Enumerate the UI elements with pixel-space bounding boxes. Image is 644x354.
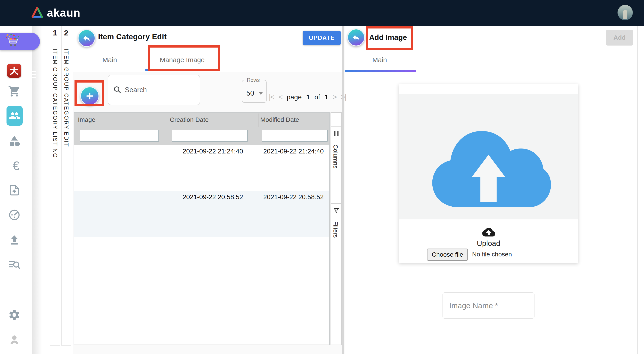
filter-icon[interactable] bbox=[333, 207, 340, 214]
cell-modified-date: 2021-09-22 20:58:52 bbox=[258, 194, 329, 201]
columns-tool-button[interactable]: Columns bbox=[332, 144, 339, 168]
pagination-of-word: of bbox=[314, 93, 320, 101]
sidebar-item-dahua-app[interactable] bbox=[7, 64, 21, 78]
search-input[interactable] bbox=[125, 76, 196, 104]
pagination-total-pages: 1 bbox=[324, 93, 328, 101]
tabbar-divider-left bbox=[73, 72, 342, 72]
brand-logo[interactable]: akaun bbox=[31, 6, 80, 19]
panel-divider[interactable] bbox=[342, 26, 344, 354]
sidebar-item-marketplace[interactable] bbox=[0, 33, 40, 50]
workspace-tab-number: 1 bbox=[50, 28, 60, 37]
workspace-tab-label: ITEM GROUP CATEGORY EDIT bbox=[63, 49, 70, 147]
pagination-first-button[interactable]: |< bbox=[269, 93, 274, 101]
dahua-character-icon bbox=[9, 65, 20, 76]
pagination-prev-button[interactable]: < bbox=[278, 93, 282, 101]
workspace-tab-2[interactable]: 2 ITEM GROUP CATEGORY EDIT bbox=[61, 26, 71, 346]
top-header-bar: akaun bbox=[0, 0, 644, 26]
pagination-current-page: 1 bbox=[306, 93, 310, 101]
sidebar-item-cart[interactable] bbox=[8, 85, 21, 98]
side-toolbar-divider bbox=[330, 126, 342, 126]
file-chosen-status: No file chosen bbox=[472, 251, 512, 258]
people-icon bbox=[9, 110, 20, 122]
workspace-tab-number: 2 bbox=[62, 28, 71, 37]
add-row-button[interactable] bbox=[80, 86, 99, 106]
app-window: akaun bbox=[0, 0, 644, 354]
search-icon bbox=[113, 86, 122, 94]
sidebar-item-publish[interactable] bbox=[8, 233, 21, 246]
filter-input-modified-date[interactable] bbox=[262, 130, 328, 142]
rows-value: 50 bbox=[246, 89, 254, 97]
pagination-next-button[interactable]: > bbox=[333, 93, 336, 101]
active-tab-indicator-left bbox=[146, 69, 218, 71]
column-header-modified-date[interactable]: Modified Date bbox=[260, 116, 299, 124]
reply-arrow-icon bbox=[82, 34, 91, 42]
filters-tool-button[interactable]: Filters bbox=[332, 221, 339, 238]
indent-menu-icon bbox=[26, 70, 36, 78]
sidebar-item-shapes[interactable] bbox=[8, 135, 21, 148]
sidebar-item-timer[interactable] bbox=[8, 209, 21, 221]
rows-per-page-select[interactable] bbox=[242, 80, 266, 103]
table-row[interactable]: 2021-09-22 20:58:52 2021-09-22 20:58:52 bbox=[74, 191, 329, 237]
left-panel-title: Item Category Edit bbox=[98, 32, 167, 41]
tab-main-left[interactable]: Main bbox=[102, 56, 117, 64]
filter-input-image[interactable] bbox=[80, 130, 159, 142]
sidebar-item-account[interactable] bbox=[8, 333, 21, 346]
pagination: |< < page 1 of 1 > >| bbox=[269, 93, 346, 101]
upload-label: Upload bbox=[399, 239, 578, 248]
column-header-creation-date[interactable]: Creation Date bbox=[170, 116, 209, 124]
sidebar-item-currency[interactable]: € bbox=[0, 158, 32, 173]
image-name-input[interactable] bbox=[444, 293, 533, 318]
cart-photo-icon bbox=[1, 34, 25, 48]
add-button-disabled[interactable]: Add bbox=[606, 30, 633, 46]
triangle-logo-icon bbox=[31, 6, 44, 19]
brand-name: akaun bbox=[47, 6, 80, 19]
update-button[interactable]: UPDATE bbox=[303, 31, 341, 45]
table-row[interactable]: 2021-09-22 21:24:40 2021-09-22 21:24:40 bbox=[74, 145, 329, 191]
table-empty-area bbox=[74, 237, 329, 344]
chevron-down-icon[interactable] bbox=[258, 92, 263, 95]
sidebar-item-settings[interactable] bbox=[8, 309, 21, 321]
cell-creation-date: 2021-09-22 21:24:40 bbox=[168, 148, 258, 155]
sidebar-item-contacts-active[interactable] bbox=[6, 106, 23, 126]
tabbar-divider-right bbox=[345, 72, 644, 72]
user-avatar[interactable] bbox=[618, 5, 633, 20]
right-panel-title: Add Image bbox=[369, 33, 407, 42]
file-input-separator bbox=[469, 248, 469, 261]
plus-icon bbox=[85, 92, 94, 100]
cell-modified-date: 2021-09-22 21:24:40 bbox=[258, 148, 329, 155]
cloud-upload-graphic bbox=[426, 122, 551, 215]
columns-icon[interactable] bbox=[334, 130, 339, 137]
filter-input-creation-date[interactable] bbox=[172, 130, 248, 142]
sidebar-item-file-upload[interactable] bbox=[8, 184, 21, 196]
tab-manage-image[interactable]: Manage Image bbox=[160, 56, 205, 64]
pagination-page-word: page bbox=[287, 93, 302, 101]
column-header-image[interactable]: Image bbox=[78, 116, 95, 124]
side-toolbar-divider bbox=[330, 203, 342, 204]
table-right-edge bbox=[329, 112, 330, 344]
back-button-right-panel[interactable] bbox=[347, 29, 365, 46]
upload-cloud-icon bbox=[482, 226, 495, 239]
tab-main-right[interactable]: Main bbox=[372, 56, 387, 64]
rows-label: Rows bbox=[245, 77, 262, 83]
cell-creation-date: 2021-09-22 20:58:52 bbox=[168, 194, 258, 201]
reply-arrow-icon bbox=[352, 33, 360, 42]
sidebar-item-search-list[interactable] bbox=[8, 258, 21, 270]
choose-file-button[interactable]: Choose file bbox=[427, 248, 468, 261]
side-toolbar-divider bbox=[330, 272, 342, 272]
workspace-tab-1[interactable]: 1 ITEM GROUP CATEGORY LISTING bbox=[50, 26, 60, 346]
workspace-tab-label: ITEM GROUP CATEGORY LISTING bbox=[52, 49, 58, 158]
active-tab-indicator-right bbox=[345, 70, 416, 72]
scroll-edge-line bbox=[637, 26, 638, 354]
back-button-left-panel[interactable] bbox=[78, 30, 95, 47]
